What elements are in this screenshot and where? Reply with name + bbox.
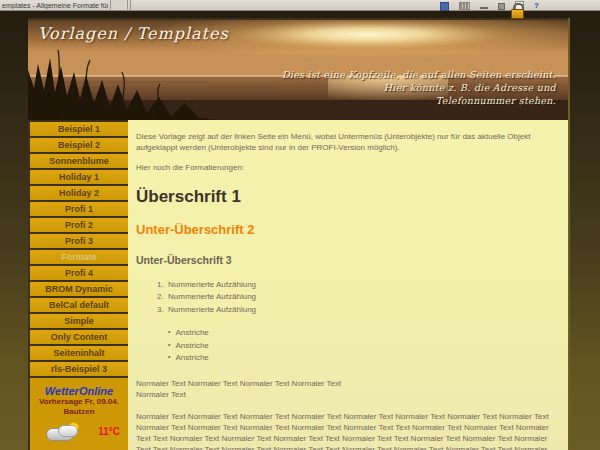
numbered-list-item: Nummerierte Aufzählung <box>166 279 560 292</box>
weather-widget: WetterOnline Vorhersage Fr, 09.04. Bautz… <box>30 378 128 450</box>
app-icon[interactable] <box>440 2 449 11</box>
restore-icon[interactable] <box>498 3 505 10</box>
heading-2: Unter-Überschrift 2 <box>136 222 560 237</box>
tagline-line-3: Telefonnummer stehen. <box>282 94 556 107</box>
heading-3: Unter-Überschrift 3 <box>136 254 560 266</box>
sidebar-item-label: Seiteninhalt <box>53 348 104 358</box>
heading-1: Überschrift 1 <box>136 187 560 207</box>
browser-tab-title[interactable]: emplates - Allgemeine Formate für Texte … <box>0 2 108 9</box>
normal-text-paragraph: Normaler Text Normaler Text Normaler Tex… <box>136 411 560 450</box>
sidebar-menu-item[interactable]: Profi 1 <box>30 202 128 218</box>
sidebar-item-label: BROM Dynamic <box>45 284 113 294</box>
sidebar-menu-item[interactable]: Profi 2 <box>30 218 128 234</box>
help-icon[interactable]: ? <box>534 2 543 10</box>
temperature-value: 11°C <box>98 426 120 437</box>
sidebar-item-label: Holiday 2 <box>59 188 99 198</box>
weather-city: Bautzen <box>30 407 128 417</box>
sidebar-menu-item[interactable]: Seiteninhalt <box>30 346 128 362</box>
content-area: Diese Vorlage zeigt auf der linken Seite… <box>128 120 568 450</box>
page-header: Vorlagen / Templates Dies ist eine Kopfz… <box>28 18 568 120</box>
sidebar: Beispiel 1 Beispiel 2 Sonnenblume Holida… <box>28 120 128 450</box>
sidebar-menu-item[interactable]: BelCal default <box>30 298 128 314</box>
header-tagline: Dies ist eine Kopfzeile, die auf allen S… <box>282 68 556 107</box>
sidebar-menu-item[interactable]: Sonnenblume <box>30 154 128 170</box>
sidebar-item-label: Sonnenblume <box>49 156 109 166</box>
numbered-list-item: Nummerierte Aufzählung <box>166 291 560 304</box>
website-container: Vorlagen / Templates Dies ist eine Kopfz… <box>28 18 570 450</box>
sidebar-menu-item[interactable]: Holiday 2 <box>30 186 128 202</box>
bullet-list-item: Anstriche <box>168 340 560 353</box>
normal-text-line-1: Normaler Text Normaler Text Normaler Tex… <box>136 378 560 389</box>
normal-text-line-2: Normaler Text <box>136 389 560 400</box>
sidebar-item-label: Formate <box>61 252 97 262</box>
padlock-icon <box>511 3 524 18</box>
sidebar-menu-item[interactable]: Beispiel 2 <box>30 138 128 154</box>
tab-separator <box>130 0 131 10</box>
sidebar-menu: Beispiel 1 Beispiel 2 Sonnenblume Holida… <box>30 120 128 378</box>
cloud-icon <box>58 425 78 437</box>
sidebar-item-label: Profi 4 <box>65 268 93 278</box>
sidebar-menu-item[interactable]: Profi 4 <box>30 266 128 282</box>
intro-paragraph: Diese Vorlage zeigt auf der linken Seite… <box>136 132 560 153</box>
browser-toolbar-icons: ? <box>440 1 543 11</box>
tagline-line-1: Dies ist eine Kopfzeile, die auf allen S… <box>282 68 556 81</box>
sun-behind-clouds-icon <box>44 422 84 442</box>
sidebar-item-label: Only Content <box>51 332 108 342</box>
sidebar-item-label: Simple <box>64 316 94 326</box>
numbered-list-item: Nummerierte Aufzählung <box>166 304 560 317</box>
bullet-list: AnstricheAnstricheAnstriche <box>136 327 560 365</box>
sidebar-item-label: Beispiel 1 <box>58 124 100 134</box>
normal-text-short: Normaler Text Normaler Text Normaler Tex… <box>136 378 560 400</box>
browser-chrome: emplates - Allgemeine Formate für Texte … <box>0 0 600 11</box>
sidebar-item-label: rls-Beispiel 3 <box>51 364 107 374</box>
sidebar-menu-item[interactable]: Beispiel 1 <box>30 122 128 138</box>
sidebar-menu-item[interactable]: rls-Beispiel 3 <box>30 362 128 378</box>
sidebar-item-label: Profi 2 <box>65 220 93 230</box>
intro-paragraph-2: Hier noch die Formatierungen: <box>136 163 560 174</box>
bullet-list-item: Anstriche <box>168 327 560 340</box>
sidebar-menu-item[interactable]: Profi 3 <box>30 234 128 250</box>
tab-stub[interactable] <box>111 0 128 10</box>
weather-icon-row: 11°C <box>30 420 128 446</box>
weather-forecast-line: Vorhersage Fr, 09.04. <box>30 397 128 407</box>
sidebar-menu-item[interactable]: BROM Dynamic <box>30 282 128 298</box>
sidebar-menu-item[interactable]: Simple <box>30 314 128 330</box>
weather-brand-logo[interactable]: WetterOnline <box>30 385 128 397</box>
sidebar-item-label: Profi 3 <box>65 236 93 246</box>
sidebar-item-label: BelCal default <box>49 300 109 310</box>
sidebar-menu-item[interactable]: Only Content <box>30 330 128 346</box>
sidebar-menu-item[interactable]: Holiday 1 <box>30 170 128 186</box>
tagline-line-2: Hier könnte z. B. die Adresse und <box>282 81 556 94</box>
minimize-icon[interactable] <box>480 7 488 9</box>
bullet-list-item: Anstriche <box>168 352 560 365</box>
sidebar-menu-item[interactable]: Formate <box>30 250 128 266</box>
site-title: Vorlagen / Templates <box>38 24 229 43</box>
grid-icon[interactable] <box>459 2 470 10</box>
sidebar-item-label: Beispiel 2 <box>58 140 100 150</box>
numbered-list: Nummerierte AufzählungNummerierte Aufzäh… <box>136 279 560 317</box>
sidebar-item-label: Holiday 1 <box>59 172 99 182</box>
sidebar-item-label: Profi 1 <box>65 204 93 214</box>
